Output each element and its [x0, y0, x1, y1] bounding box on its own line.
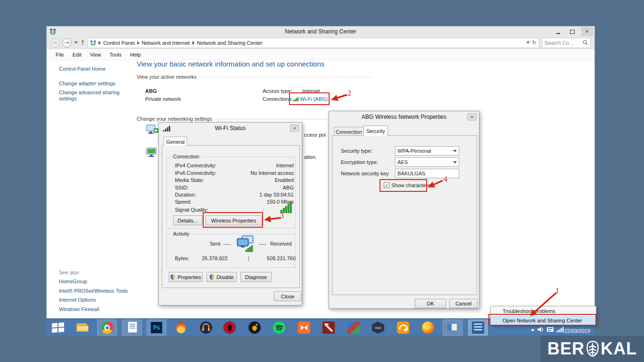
refresh-icon[interactable]: ↻ — [532, 40, 537, 46]
annotation-step-1: 1 — [555, 287, 559, 295]
close-icon[interactable]: × — [467, 113, 477, 121]
row-label: IPv6 Connectivity: — [175, 170, 216, 176]
audacity-icon[interactable] — [200, 321, 212, 334]
activity-group — [166, 234, 296, 268]
minimize-button[interactable] — [553, 28, 563, 35]
menu-view[interactable]: View — [86, 52, 106, 58]
change-networking-settings-label: Change your networking settings — [137, 116, 212, 122]
fl-studio-icon[interactable] — [248, 321, 261, 334]
breadcrumb[interactable]: Control Panel Network and Internet Netwo… — [88, 38, 539, 48]
forward-icon[interactable]: → — [62, 38, 72, 48]
row-value: No Internet access — [250, 170, 294, 176]
search-input[interactable]: Search Co... — [542, 38, 591, 48]
menu-edit[interactable]: Edit — [68, 52, 86, 58]
tray-expand-icon[interactable] — [531, 329, 535, 331]
display-app-icon[interactable] — [446, 321, 459, 334]
sidebar-intel-proset[interactable]: Intel® PROSet/Wireless Tools — [59, 288, 128, 294]
details-button[interactable]: Details... — [173, 215, 202, 225]
wondershare-icon[interactable] — [298, 321, 310, 334]
see-also-label: See also — [59, 270, 79, 275]
hidden-text-fragment: ccess poi — [304, 132, 326, 138]
network-sharing-center-window: Network and Sharing Center × ← → ↑ Contr… — [46, 26, 595, 319]
back-icon[interactable]: ← — [50, 38, 60, 48]
tab-security[interactable]: Security — [363, 125, 388, 136]
window-titlebar[interactable]: Network and Sharing Center × — [47, 26, 594, 37]
menu-help[interactable]: Help — [126, 52, 145, 58]
row-value: Internet — [276, 163, 294, 168]
wifi-dialog-title: Wi-Fi Status — [159, 125, 302, 132]
desktop: Network and Sharing Center × ← → ↑ Contr… — [0, 0, 644, 362]
menu-item-open-network-sharing[interactable]: Open Network and Sharing Center — [491, 316, 596, 325]
chevron-down-icon — [453, 150, 457, 152]
recent-pages-icon[interactable] — [74, 41, 78, 44]
wireless-properties-dialog: ABG Wireless Network Properties × Connec… — [329, 111, 479, 309]
task-list-icon[interactable] — [472, 321, 484, 334]
encryption-type-select[interactable]: AES — [395, 157, 459, 167]
close-button[interactable]: Close — [274, 291, 301, 301]
connections-label: Connections: — [263, 96, 293, 102]
sidebar-change-advanced-sharing[interactable]: Change advanced sharing settings — [59, 90, 130, 102]
crumb-network-internet[interactable]: Network and Internet — [142, 40, 190, 46]
sidebar-homegroup[interactable]: HomeGroup — [59, 279, 87, 284]
fifa-game-icon[interactable] — [347, 321, 360, 334]
start-button-icon[interactable] — [52, 321, 64, 334]
address-bar: ← → ↑ Control Panel Network and Internet… — [47, 37, 594, 49]
file-explorer-icon[interactable] — [76, 321, 89, 334]
network-key-input[interactable]: BAKULGAS — [395, 169, 459, 178]
address-dropdown-icon[interactable] — [526, 41, 530, 44]
sidebar-internet-options[interactable]: Internet Options — [59, 297, 96, 303]
firefox-icon[interactable] — [422, 321, 434, 334]
brain-logo-icon — [586, 340, 600, 358]
crumb-sep-icon — [137, 41, 140, 45]
props-dialog-titlebar[interactable]: ABG Wireless Network Properties × — [329, 111, 479, 123]
menu-item-troubleshoot[interactable]: Troubleshoot problems — [491, 306, 596, 316]
sidebar-windows-firewall[interactable]: Windows Firewall — [59, 306, 99, 312]
close-button[interactable]: × — [581, 27, 593, 36]
ok-button[interactable]: OK — [415, 299, 446, 308]
network-signal-icon[interactable] — [557, 327, 564, 332]
divider — [223, 244, 231, 245]
wifi-dialog-titlebar[interactable]: Wi-Fi Status × — [159, 123, 302, 134]
tray-date[interactable]: 22/03/2019 — [564, 328, 590, 334]
menu-tools[interactable]: Tools — [105, 52, 126, 58]
tab-general[interactable]: General — [164, 137, 187, 146]
menu-file[interactable]: File — [51, 52, 68, 58]
sidebar-change-adapter-settings[interactable]: Change adapter settings — [59, 81, 116, 86]
flame-app-icon[interactable] — [175, 321, 187, 334]
wireless-properties-button[interactable]: Wireless Properties — [206, 215, 262, 225]
annotation-step-2: 2 — [347, 89, 351, 98]
close-icon[interactable]: × — [290, 124, 299, 132]
notepad-icon[interactable] — [126, 321, 139, 334]
row-label: Duration: — [175, 192, 196, 197]
photoshop-icon[interactable]: Ps — [150, 321, 163, 334]
bytes-divider: | — [248, 255, 249, 261]
diagnose-button[interactable]: Diagnose — [240, 272, 272, 282]
sent-label: Sent — [210, 241, 221, 247]
disable-button[interactable]: Disable — [206, 272, 237, 282]
properties-button[interactable]: Properties — [169, 272, 203, 282]
chrome-icon[interactable] — [101, 321, 113, 334]
wifi-abg-link[interactable]: Wi-Fi (ABG) — [300, 96, 328, 102]
spotify-icon[interactable] — [273, 321, 285, 334]
setup-connection-icon — [146, 124, 159, 136]
row-label: Signal Quality: — [175, 207, 208, 213]
dota2-icon[interactable] — [322, 321, 335, 334]
tab-connection[interactable]: Connection — [334, 127, 364, 136]
keyboard-layout-icon[interactable] — [547, 327, 553, 332]
sidebar-control-panel-home[interactable]: Control Panel Home — [59, 66, 106, 72]
cancel-button[interactable]: Cancel — [449, 299, 478, 308]
connection-group-label: Connection — [171, 154, 201, 159]
security-type-select[interactable]: WPA-Personal — [395, 146, 459, 156]
nox-player-icon[interactable]: nox — [372, 321, 384, 334]
network-tray-context-menu: Troubleshoot problems Open Network and S… — [490, 306, 596, 326]
volume-icon[interactable] — [537, 327, 544, 332]
uc-browser-icon[interactable] — [397, 321, 409, 334]
security-type-label: Security type: — [341, 148, 372, 154]
media-player-icon[interactable] — [223, 321, 236, 334]
crumb-control-panel[interactable]: Control Panel — [103, 40, 135, 46]
crumb-network-sharing[interactable]: Network and Sharing Center — [197, 40, 263, 46]
show-characters-checkbox[interactable]: ✓ — [384, 182, 389, 188]
maximize-button[interactable] — [567, 28, 578, 35]
up-icon[interactable]: ↑ — [80, 39, 85, 46]
received-bytes: 509.231.760 — [258, 255, 296, 261]
